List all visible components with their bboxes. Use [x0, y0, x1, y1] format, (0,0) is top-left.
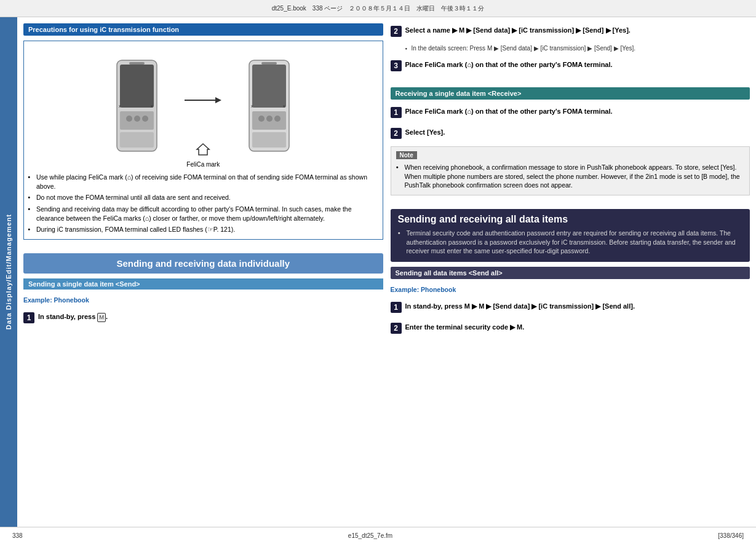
- recv-step-2-content: Select [Yes].: [405, 128, 445, 137]
- svg-marker-22: [197, 144, 209, 155]
- top-bar-text: dt25_E.book 338 ページ ２００８年５月１４日 水曜日 午後３時１…: [272, 4, 485, 13]
- svg-point-18: [266, 116, 273, 122]
- step-num-2: 2: [391, 26, 402, 37]
- content-columns: Precautions for using iC transmission fu…: [17, 17, 756, 527]
- recv-step-2: 2 Select [Yes].: [391, 128, 750, 139]
- step-1-content: In stand-by, press M.: [38, 312, 108, 321]
- left-column: Precautions for using iC transmission fu…: [23, 23, 383, 521]
- phone-left-svg: x x: [114, 57, 160, 156]
- send-all-step-2-content: Enter the terminal security code ▶ M.: [405, 323, 525, 332]
- sending-all-section: Sending and receiving all data items Ter…: [391, 209, 750, 262]
- recv-step-num-1: 1: [391, 107, 402, 118]
- note-header: Note: [396, 151, 417, 159]
- sending-all-title: Sending and receiving all data items: [398, 214, 743, 225]
- step-1: 1 In stand-by, press M.: [23, 312, 383, 323]
- arrow-area: [185, 94, 221, 106]
- bullet-item-1: Use while placing FeliCa mark (⌂) of rec…: [28, 171, 379, 192]
- svg-rect-16: [252, 132, 286, 148]
- svg-marker-11: [215, 97, 221, 103]
- sending-single-header: Sending a single data item <Send>: [23, 278, 383, 290]
- precautions-header: Precautions for using iC transmission fu…: [23, 23, 383, 36]
- recv-step-1: 1 Place FeliCa mark (⌂) on that of the o…: [391, 107, 750, 118]
- step-2-sub: In the details screen: Press M ▶ [Send d…: [405, 44, 750, 53]
- svg-text:x: x: [251, 104, 253, 108]
- send-all-step-num-1: 1: [391, 302, 402, 313]
- arrow-svg: [185, 94, 221, 106]
- svg-point-5: [126, 116, 132, 122]
- sending-all-header: Sending all data items <Send all>: [391, 267, 750, 279]
- phone-image-area: x x: [28, 45, 379, 168]
- svg-text:x: x: [283, 104, 285, 108]
- sending-all-sub: Terminal security code and authenticatio…: [398, 227, 743, 257]
- svg-rect-4: [120, 132, 154, 148]
- step-3-content: Place FeliCa mark (⌂) on that of the oth…: [405, 60, 613, 69]
- bottom-right: [338/346]: [718, 532, 744, 539]
- step-1-text: In stand-by, press: [38, 313, 97, 320]
- recv-step-num-2: 2: [391, 128, 402, 139]
- bottom-left: e15_dt25_7e.fm: [348, 532, 392, 539]
- page: dt25_E.book 338 ページ ２００８年５月１４日 水曜日 午後３時１…: [0, 0, 756, 544]
- phone-container: x x: [114, 57, 292, 156]
- felica-label: FeliCa mark: [186, 161, 220, 168]
- receiving-header: Receiving a single data item <Receive>: [391, 87, 750, 100]
- side-tab: Data Display/Edit/Management: [0, 17, 17, 527]
- step-2-select-name: Select a name: [405, 26, 450, 34]
- svg-text:x: x: [151, 104, 153, 108]
- right-column: 2 Select a name ▶ M ▶ [Send data] ▶ [iC …: [391, 23, 750, 521]
- svg-point-19: [274, 116, 281, 122]
- svg-point-6: [134, 116, 140, 122]
- recv-step-1-content: Place FeliCa mark (⌂) on that of the oth…: [405, 107, 613, 116]
- felica-icon: [196, 142, 210, 157]
- svg-point-7: [142, 116, 148, 122]
- example-label-left: Example: Phonebook: [23, 296, 383, 304]
- precautions-box: x x: [23, 41, 383, 240]
- side-tab-label: Data Display/Edit/Management: [5, 214, 12, 329]
- step-1-key: M: [97, 313, 106, 322]
- top-bar: dt25_E.book 338 ページ ２００８年５月１４日 水曜日 午後３時１…: [0, 0, 756, 17]
- sending-all-sub-text: Terminal security code and authenticatio…: [398, 227, 743, 257]
- svg-rect-14: [261, 62, 277, 65]
- send-all-step-1-content: In stand-by, press M ▶ M ▶ [Send data] ▶…: [405, 302, 635, 311]
- sending-individual-header: Sending and receiving data individually: [23, 253, 383, 274]
- step-num-3: 3: [391, 60, 402, 71]
- example-label-right: Example: Phonebook: [391, 286, 750, 293]
- send-all-step-1: 1 In stand-by, press M ▶ M ▶ [Send data]…: [391, 302, 750, 313]
- note-text: When receiving phonebook, a confirmation…: [396, 162, 745, 191]
- bullet-item-3: Sending and receiving data may be diffic…: [28, 203, 379, 224]
- step-3: 3 Place FeliCa mark (⌂) on that of the o…: [391, 60, 750, 71]
- send-all-step-2: 2 Enter the terminal security code ▶ M.: [391, 323, 750, 334]
- send-all-step-num-2: 2: [391, 323, 402, 334]
- bottom-bar: 338 e15_dt25_7e.fm [338/346]: [0, 527, 756, 544]
- note-list: When receiving phonebook, a confirmation…: [396, 162, 745, 191]
- step-2-content: Select a name ▶ M ▶ [Send data] ▶ [iC tr…: [405, 26, 631, 35]
- step-2-rest: ▶ M ▶ [Send data] ▶ [iC transmission] ▶ …: [450, 26, 631, 34]
- precautions-list: Use while placing FeliCa mark (⌂) of rec…: [28, 171, 379, 235]
- note-box: Note When receiving phonebook, a confirm…: [391, 146, 750, 195]
- svg-rect-13: [252, 65, 286, 108]
- page-number: 338: [12, 532, 23, 539]
- step-2: 2 Select a name ▶ M ▶ [Send data] ▶ [iC …: [391, 26, 750, 37]
- svg-rect-1: [120, 65, 154, 108]
- step-num-1: 1: [23, 312, 34, 323]
- bullet-item-2: Do not move the FOMA terminal until all …: [28, 192, 379, 203]
- main-content: Data Display/Edit/Management Precautions…: [0, 17, 756, 527]
- bullet-item-4: During iC transmission, FOMA terminal ca…: [28, 224, 379, 235]
- svg-text:x: x: [119, 104, 121, 108]
- svg-point-17: [258, 116, 265, 122]
- phone-right-svg: x x: [246, 57, 292, 156]
- svg-rect-2: [129, 62, 145, 65]
